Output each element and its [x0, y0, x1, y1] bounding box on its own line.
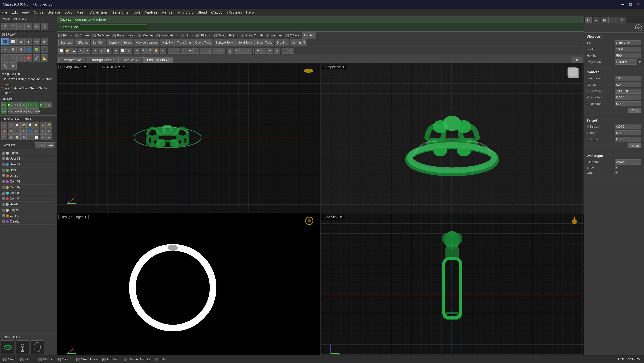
mm-custom[interactable]: Custom — [42, 77, 52, 81]
cb-ctrlpts-box[interactable]: ✓ — [213, 34, 216, 37]
cb-lights[interactable]: ✓Lights — [181, 34, 194, 37]
icon-hist-3[interactable]: ✦ — [17, 23, 24, 30]
tb-undo[interactable]: ↶ — [78, 48, 84, 54]
layer-user03-check[interactable]: ✓ — [2, 169, 5, 172]
layer-cutting-check[interactable]: ✓ — [2, 214, 5, 217]
tab-display[interactable]: Display — [107, 39, 121, 46]
rp-zloc-value[interactable]: 0.000 — [615, 101, 641, 106]
snap-disable[interactable]: Disable — [33, 108, 39, 114]
info-btn-8[interactable]: 💡 — [46, 122, 52, 128]
close-btn[interactable]: ✕ — [636, 2, 641, 7]
sb-gumball[interactable]: ✓ Gumball — [102, 357, 119, 361]
tab-new-in-v5[interactable]: New in V5 — [290, 39, 307, 46]
cb-points[interactable]: ✓Points — [58, 34, 72, 37]
display-r2-5[interactable]: 🔗 — [33, 55, 40, 62]
tb-copy[interactable]: ⎘ — [98, 48, 104, 54]
layer-gem01-check[interactable]: ✓ — [2, 180, 5, 183]
layer-heads-check[interactable]: ✓ — [2, 203, 5, 206]
mm-gems[interactable]: Gems — [30, 87, 38, 90]
tb-free-form[interactable]: 〰 — [187, 48, 193, 54]
info-btn-10[interactable]: 📏 — [8, 128, 14, 134]
tab-set-view[interactable]: Set View — [91, 39, 106, 46]
tb-zoom-out[interactable]: 🔎 — [147, 48, 153, 54]
info-btn-6[interactable]: 📁 — [33, 122, 39, 128]
display-btn-4[interactable]: ◧ — [25, 38, 32, 45]
tb-line[interactable]: ╱ — [174, 48, 180, 54]
sb-filter[interactable]: Filter — [155, 357, 167, 361]
tab-mesh-tools[interactable]: Mesh Tools — [255, 39, 274, 46]
tab-surface-tools[interactable]: Surface Tools — [214, 39, 236, 46]
icon-hist-4[interactable]: ◈ — [25, 23, 32, 30]
sb-snap-cb[interactable] — [3, 358, 7, 361]
cb-points-box[interactable]: ✓ — [58, 34, 62, 37]
display-btn-10[interactable]: 🔵 — [25, 46, 32, 53]
icon-hist-6[interactable]: ◎ — [41, 23, 48, 30]
tb-zoom-extents[interactable]: ⊕ — [134, 48, 140, 54]
viewport-perspective[interactable]: Perspective ▼ — [320, 63, 584, 213]
mm-utilities[interactable]: Utilities — [16, 77, 26, 81]
project-thumb-3[interactable] — [30, 340, 44, 354]
vp-side-view-label[interactable]: Side View ▼ — [322, 215, 344, 219]
cb-ptclouds[interactable]: ✓Point Clouds — [241, 34, 264, 37]
tab-extra[interactable]: × — [572, 57, 582, 63]
tb-rotate[interactable]: ⟲ — [160, 48, 166, 54]
info-btn-5[interactable]: 📊 — [27, 122, 33, 128]
sb-gumball-cb[interactable]: ✓ — [102, 358, 106, 361]
info-btn-15[interactable]: ✦ — [40, 128, 46, 134]
maximize-btn[interactable]: □ — [628, 2, 633, 7]
display-r2-6[interactable]: 📐 — [41, 55, 48, 62]
layer-finger-check[interactable]: ✓ — [2, 209, 5, 212]
cb-ptclouds-box[interactable]: ✓ — [241, 34, 244, 37]
cb-others[interactable]: ✓Others — [285, 34, 300, 37]
info-btn-2[interactable]: ⚙ — [8, 122, 14, 128]
tb-rect[interactable]: ▭ — [212, 48, 218, 54]
snap-mid[interactable]: Mid — [20, 102, 26, 108]
icon-hist-5[interactable]: ⬡ — [33, 23, 40, 30]
layers-mode-btn[interactable]: Mode — [34, 142, 45, 148]
rp-xtgt-value[interactable]: 0.000 — [615, 124, 641, 129]
display-r2-3[interactable]: ✂ — [17, 55, 24, 62]
display-btn-2[interactable]: ⬜ — [9, 38, 16, 45]
command-input[interactable] — [80, 24, 147, 30]
menu-tools[interactable]: Tools — [132, 10, 140, 15]
menu-analyze[interactable]: Analyze — [144, 10, 158, 15]
cb-lights-box[interactable]: ✓ — [181, 34, 184, 37]
tab-through-finger[interactable]: Through Finger — [86, 57, 118, 63]
display-r2-1[interactable]: ↔ — [1, 55, 9, 62]
layer-lights-check[interactable]: ✓ — [2, 152, 5, 155]
tb-new[interactable]: 📄 — [58, 48, 64, 54]
tb-polygon[interactable]: ⬡ — [219, 48, 225, 54]
snap-near[interactable]: Near — [8, 102, 14, 108]
snap-quad[interactable]: Quad — [1, 108, 8, 114]
display-r2-8[interactable]: ⚙ — [9, 62, 16, 70]
snap-point[interactable]: Point — [14, 102, 20, 108]
cb-annotations[interactable]: ✓Annotations — [156, 34, 178, 37]
info-btn-13[interactable]: 🔵 — [27, 128, 33, 134]
viewport-looking-down[interactable]: Looking Down ▼ Looking Down ▼ — [57, 63, 320, 213]
layer-user03[interactable]: ✓ User 03 — [1, 167, 56, 173]
project-thumb-2[interactable] — [16, 340, 29, 354]
mm-surface[interactable]: Surface — [10, 87, 21, 90]
layer-heads[interactable]: ✓ Heads — [1, 202, 56, 207]
layer-gem03[interactable]: ✓ Gem 03 — [1, 190, 56, 196]
cb-blocks-box[interactable]: ✓ — [196, 34, 200, 37]
layer-user04-check[interactable]: ✓ — [2, 174, 5, 177]
rp-tab-1[interactable]: ⊙ — [584, 17, 592, 23]
tb-scale[interactable]: ⤢ — [261, 48, 267, 54]
tab-looking-down[interactable]: Looking Down — [143, 57, 174, 63]
rp-xloc-value[interactable]: 100.010 — [615, 89, 641, 94]
info-btn-19[interactable]: 🎲 — [14, 134, 20, 141]
vp-perspective-label[interactable]: Perspective ▼ — [322, 65, 347, 69]
mm-view[interactable]: View — [8, 77, 15, 81]
layer-user04[interactable]: ✓ User 04 — [1, 173, 56, 179]
sb-smart-track-cb[interactable] — [76, 358, 80, 361]
rp-lens-value[interactable]: 50.0 — [615, 76, 641, 81]
nav-cube[interactable] — [567, 67, 580, 81]
tb-paste[interactable]: 📋 — [105, 48, 111, 54]
menu-clayoo[interactable]: Clayoo — [211, 10, 222, 15]
cb-surfaces-box[interactable]: ✓ — [92, 34, 96, 37]
tb-pan[interactable]: ✋ — [153, 48, 159, 54]
menu-edit[interactable]: Edit — [11, 10, 18, 15]
tb-cut[interactable]: ✂ — [92, 48, 98, 54]
info-btn-1[interactable]: ⊙ — [1, 122, 8, 128]
